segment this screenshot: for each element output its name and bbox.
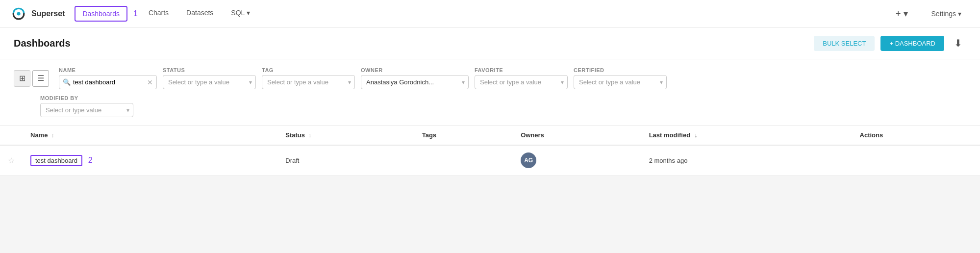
th-last-modified[interactable]: Last modified ↓ bbox=[641, 126, 852, 145]
th-favorite bbox=[0, 126, 23, 145]
owner-avatar: AG bbox=[521, 152, 536, 168]
th-status[interactable]: Status ↕ bbox=[277, 126, 414, 145]
status-filter-wrap: Select or type a value bbox=[163, 75, 256, 89]
owner-filter-group: OWNER Anastasiya Gorodnich... bbox=[361, 67, 469, 89]
th-name[interactable]: Name ↕ bbox=[23, 126, 277, 145]
modified-by-label: MODIFIED BY bbox=[40, 95, 133, 101]
td-last-modified: 2 months ago bbox=[641, 145, 852, 176]
step2-badge: 2 bbox=[88, 156, 93, 164]
modified-by-select[interactable]: Select or type value bbox=[40, 103, 133, 117]
tag-filter-wrap: Select or type a value bbox=[262, 75, 355, 89]
status-filter-group: STATUS Select or type a value bbox=[163, 67, 256, 89]
app-name: Superset bbox=[31, 9, 65, 18]
nav-right-actions: + ▾ Settings ▾ bbox=[887, 4, 970, 23]
favorite-filter-label: FAVORITE bbox=[475, 67, 568, 73]
favorite-filter-group: FAVORITE Select or type a value bbox=[475, 67, 568, 89]
filters-area: ⊞ ☰ NAME 🔍 ✕ STATUS Select or type a val… bbox=[0, 59, 980, 126]
dashboard-name-link[interactable]: test dashboard bbox=[30, 155, 82, 166]
modified-by-filter-group: MODIFIED BY Select or type value bbox=[40, 95, 133, 117]
th-actions: Actions bbox=[852, 126, 980, 145]
nav-item-datasets[interactable]: Datasets bbox=[179, 0, 220, 27]
nav-item-dashboards[interactable]: Dashboards bbox=[75, 6, 127, 22]
td-owners: AG bbox=[513, 145, 641, 176]
table-body: ☆ test dashboard 2 Draft AG 2 months ago bbox=[0, 145, 980, 176]
nav-item-charts[interactable]: Charts bbox=[142, 0, 176, 27]
th-tags: Tags bbox=[414, 126, 513, 145]
status-select[interactable]: Select or type a value bbox=[163, 75, 256, 89]
name-search-input[interactable] bbox=[59, 75, 157, 89]
td-actions bbox=[852, 145, 980, 176]
owner-select[interactable]: Anastasiya Gorodnich... bbox=[361, 75, 469, 89]
name-filter-label: NAME bbox=[59, 67, 157, 73]
search-icon: 🔍 bbox=[63, 78, 71, 86]
download-button[interactable]: ⬇ bbox=[950, 35, 966, 51]
status-sort-icon: ↕ bbox=[309, 132, 312, 138]
name-filter-group: NAME 🔍 ✕ bbox=[59, 67, 157, 89]
superset-logo-icon bbox=[10, 5, 27, 23]
nav-item-sql[interactable]: SQL ▾ bbox=[224, 0, 256, 27]
table-area: Name ↕ Status ↕ Tags Owners Last modifie… bbox=[0, 126, 980, 176]
grid-view-button[interactable]: ⊞ bbox=[14, 70, 30, 87]
tag-select[interactable]: Select or type a value bbox=[262, 75, 355, 89]
name-filter-wrap: 🔍 ✕ bbox=[59, 75, 157, 89]
svg-point-1 bbox=[17, 12, 20, 15]
nav-settings-button[interactable]: Settings ▾ bbox=[923, 6, 970, 22]
favorite-star-icon[interactable]: ☆ bbox=[8, 156, 15, 165]
tag-filter-label: TAG bbox=[262, 67, 355, 73]
header-actions: BULK SELECT + DASHBOARD ⬇ bbox=[814, 35, 966, 51]
page-title: Dashboards bbox=[14, 38, 71, 49]
dashboards-table: Name ↕ Status ↕ Tags Owners Last modifie… bbox=[0, 126, 980, 176]
filters-row-1: ⊞ ☰ NAME 🔍 ✕ STATUS Select or type a val… bbox=[14, 67, 966, 89]
td-tags bbox=[414, 145, 513, 176]
logo[interactable]: Superset bbox=[10, 5, 65, 23]
th-owners: Owners bbox=[513, 126, 641, 145]
last-modified-sort-icon: ↓ bbox=[694, 131, 698, 139]
table-header-row: Name ↕ Status ↕ Tags Owners Last modifie… bbox=[0, 126, 980, 145]
page-header: Dashboards BULK SELECT + DASHBOARD ⬇ bbox=[0, 27, 980, 59]
add-dashboard-button[interactable]: + DASHBOARD bbox=[880, 36, 944, 51]
certified-filter-label: CERTIFIED bbox=[574, 67, 667, 73]
status-filter-label: STATUS bbox=[163, 67, 256, 73]
favorite-select[interactable]: Select or type a value bbox=[475, 75, 568, 89]
name-clear-icon[interactable]: ✕ bbox=[147, 78, 153, 86]
name-sort-icon: ↕ bbox=[51, 132, 54, 138]
bulk-select-button[interactable]: BULK SELECT bbox=[814, 36, 875, 51]
table-row: ☆ test dashboard 2 Draft AG 2 months ago bbox=[0, 145, 980, 176]
filters-row-2: MODIFIED BY Select or type value bbox=[14, 95, 966, 117]
tag-filter-group: TAG Select or type a value bbox=[262, 67, 355, 89]
list-view-button[interactable]: ☰ bbox=[32, 70, 49, 87]
table-header: Name ↕ Status ↕ Tags Owners Last modifie… bbox=[0, 126, 980, 145]
td-name: test dashboard 2 bbox=[23, 145, 277, 176]
favorite-filter-wrap: Select or type a value bbox=[475, 75, 568, 89]
nav-plus-button[interactable]: + ▾ bbox=[887, 4, 917, 23]
modified-by-wrap: Select or type value bbox=[40, 103, 133, 117]
td-star: ☆ bbox=[0, 145, 23, 176]
top-navigation: Superset Dashboards 1 Charts Datasets SQ… bbox=[0, 0, 980, 27]
owner-filter-wrap: Anastasiya Gorodnich... bbox=[361, 75, 469, 89]
view-toggle: ⊞ ☰ bbox=[14, 70, 49, 87]
certified-filter-group: CERTIFIED Select or type a value bbox=[574, 67, 667, 89]
certified-select[interactable]: Select or type a value bbox=[574, 75, 667, 89]
certified-filter-wrap: Select or type a value bbox=[574, 75, 667, 89]
td-status: Draft bbox=[277, 145, 414, 176]
step1-badge: 1 bbox=[133, 9, 138, 18]
owner-filter-label: OWNER bbox=[361, 67, 469, 73]
